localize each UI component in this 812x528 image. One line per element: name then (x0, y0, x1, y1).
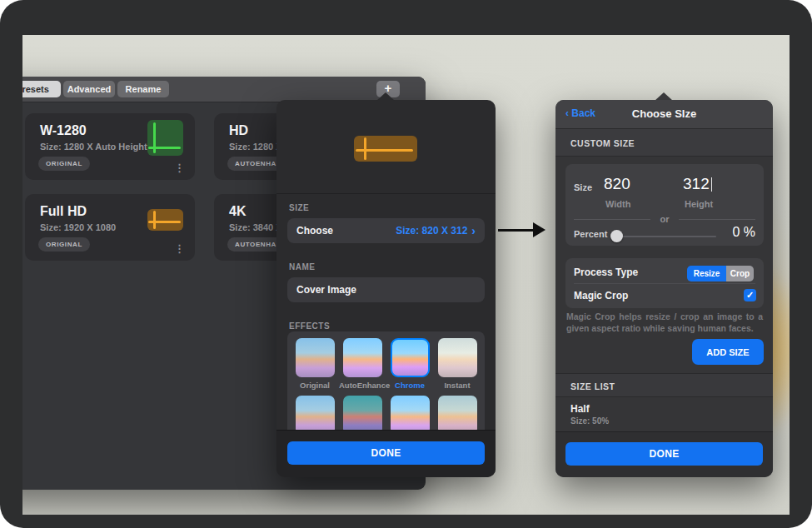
text-caret (711, 177, 713, 192)
popover-header: ‹ Back Choose SIze (555, 100, 773, 129)
effect-label: Instant (434, 381, 481, 390)
effect-thumbnail[interactable] (296, 338, 335, 377)
done-button[interactable]: DONE (565, 442, 763, 466)
preset-title: 4K (229, 204, 246, 219)
name-section-label: NAME (289, 262, 315, 271)
custom-size-section: CUSTOM SIZE (555, 128, 773, 157)
effect-label: Chrome (386, 381, 433, 390)
preset-badge: ORIGINAL (38, 237, 90, 252)
divider (276, 193, 496, 194)
choose-size-row[interactable]: Choose Size: 820 X 312 › (287, 218, 485, 243)
magic-crop-label: Magic Crop (574, 290, 628, 301)
effect-chrome[interactable]: Chrome (386, 338, 433, 390)
popover-title: Choose SIze (555, 107, 773, 120)
effect-thumbnail[interactable] (438, 338, 477, 377)
size-list-section: SIZE LIST (555, 373, 773, 397)
preset-title: W-1280 (40, 123, 87, 138)
popover-footer: DONE (276, 430, 496, 477)
effect-autoenhance[interactable]: AutoEnhance (339, 338, 386, 390)
effect-thumbnail[interactable] (438, 396, 477, 435)
effect-thumbnail-selected[interactable] (391, 338, 430, 377)
divider (574, 283, 755, 284)
done-button[interactable]: DONE (287, 441, 485, 465)
percent-slider[interactable] (612, 236, 716, 237)
size-item-detail: Size: 50% (570, 416, 609, 426)
size-label: Size (574, 182, 592, 192)
effect-thumbnail-row2[interactable] (291, 396, 338, 435)
choose-label: Choose (296, 225, 333, 237)
effect-thumbnail-row2[interactable] (339, 396, 386, 435)
marketing-frame: Presets Advanced Rename + W-1280 Size: 1… (0, 0, 812, 528)
size-item-name: Half (570, 403, 590, 415)
name-input[interactable] (287, 277, 485, 302)
effect-thumbnail-row2[interactable] (434, 396, 481, 435)
size-section-label: SIZE (289, 203, 309, 212)
process-type-card: Process Type Resize Crop Magic Crop ✓ (565, 258, 764, 308)
crop-preview-icon (147, 209, 183, 231)
effect-label: AutoEnhance (339, 381, 386, 390)
chevron-right-icon: › (471, 224, 476, 237)
size-list-item-half[interactable]: Half Size: 50% (555, 397, 773, 432)
popover-arrow (376, 92, 395, 101)
process-type-segmented-control: Resize Crop (687, 266, 754, 281)
preset-card-fullhd[interactable]: Full HD Size: 1920 X 1080 ORIGINAL ⋮ (25, 194, 195, 261)
width-field[interactable]: 820 (604, 175, 630, 193)
segment-resize[interactable]: Resize (687, 266, 726, 281)
preset-badge: ORIGINAL (38, 157, 90, 171)
chosen-size-value[interactable]: Size: 820 X 312 (396, 225, 467, 237)
crop-preview-icon (147, 120, 183, 156)
effects-section-label: EFFECTS (289, 321, 330, 331)
effect-label: Original (291, 381, 338, 390)
effect-thumbnail[interactable] (296, 396, 335, 435)
tab-rename[interactable]: Rename (117, 81, 169, 97)
effect-thumbnail[interactable] (343, 396, 382, 435)
process-type-label: Process Type (574, 266, 638, 278)
more-options-icon[interactable]: ⋮ (174, 243, 185, 254)
custom-size-card: Size 820 Width 312 Height or Percent 0 % (565, 164, 764, 246)
effect-original[interactable]: Original (291, 338, 338, 390)
effect-instant[interactable]: Instant (434, 338, 481, 390)
popover-footer: DONE (555, 431, 773, 477)
more-options-icon[interactable]: ⋮ (174, 162, 185, 173)
effect-thumbnail-row2[interactable] (386, 396, 433, 435)
segment-crop[interactable]: Crop (726, 266, 754, 281)
preset-size: Size: 1920 X 1080 (40, 222, 116, 232)
height-label: Height (685, 199, 713, 209)
percent-value: 0 % (732, 225, 755, 240)
height-value: 312 (683, 175, 710, 192)
choose-size-popover: ‹ Back Choose SIze CUSTOM SIZE Size 820 … (555, 100, 773, 477)
percent-label: Percent (574, 229, 607, 239)
window-titlebar: Presets Advanced Rename + (22, 77, 426, 102)
effect-thumbnail[interactable] (343, 338, 382, 377)
custom-size-label: CUSTOM SIZE (570, 138, 635, 148)
height-field[interactable]: 312 (683, 175, 712, 193)
or-label: or (565, 214, 764, 224)
size-list-label: SIZE LIST (570, 381, 615, 391)
add-size-popover: SIZE Choose Size: 820 X 312 › NAME EFFEC… (276, 100, 496, 477)
tab-advanced[interactable]: Advanced (63, 81, 115, 97)
magic-crop-checkbox[interactable]: ✓ (744, 289, 756, 301)
percent-slider-knob[interactable] (610, 230, 623, 242)
magic-crop-help-text: Magic Crop helps resize / crop an image … (566, 311, 763, 335)
crop-preview-icon-large (354, 136, 417, 162)
effect-thumbnail[interactable] (391, 396, 430, 435)
tab-presets[interactable]: Presets (22, 81, 61, 97)
add-size-button[interactable]: ADD SIZE (692, 339, 764, 365)
width-label: Width (605, 199, 630, 209)
preset-size: Size: 1280 X Auto Height (40, 142, 147, 152)
arrow-right-icon (498, 222, 546, 237)
preset-card-w1280[interactable]: W-1280 Size: 1280 X Auto Height ORIGINAL… (25, 113, 195, 180)
preset-title: Full HD (40, 204, 87, 219)
desktop-background: Presets Advanced Rename + W-1280 Size: 1… (22, 35, 790, 515)
preset-title: HD (229, 123, 248, 138)
